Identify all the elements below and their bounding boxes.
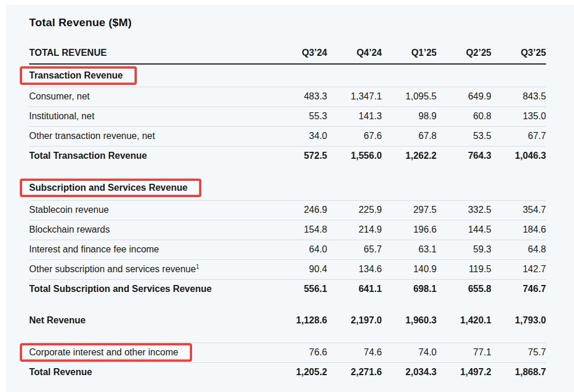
row-label-cell: Other transaction revenue, net	[29, 126, 272, 146]
table-row: Total Revenue1,205.22,271.62,034.31,497.…	[29, 362, 546, 382]
table-row: Blockchain rewards154.8214.9196.6144.518…	[29, 220, 546, 240]
row-label-cell: Total Transaction Revenue	[29, 146, 272, 166]
value-cell: 64.8	[491, 240, 546, 259]
revenue-table: TOTAL REVENUE Q3’24Q4’24Q1’25Q2’25Q3’25 …	[29, 29, 546, 382]
value-cell: 154.8	[272, 220, 327, 240]
value-cell: 74.0	[382, 343, 437, 362]
value-cell: 64.0	[272, 240, 327, 259]
row-label-cell: Blockchain rewards	[29, 220, 272, 240]
value-cell: 63.1	[382, 240, 437, 259]
value-cell: 184.6	[491, 220, 546, 240]
row-label: Total Subscription and Services Revenue	[29, 284, 212, 294]
value-cell: 1,347.1	[327, 87, 382, 106]
row-label: Total Revenue	[29, 367, 92, 377]
value-cell: 67.6	[327, 126, 382, 146]
row-label-cell: Subscription and Services Revenue	[29, 176, 272, 200]
value-cell: 34.0	[272, 126, 327, 146]
column-header: Q2’25	[437, 29, 491, 64]
spacer-row	[29, 299, 546, 311]
value-cell	[272, 64, 327, 87]
row-label: Interest and finance fee income	[29, 244, 159, 254]
value-cell: 2,197.0	[327, 311, 382, 330]
page-title: Total Revenue ($M)	[29, 16, 574, 29]
value-cell	[491, 176, 546, 200]
value-cell: 1,793.0	[491, 311, 546, 330]
row-label: Blockchain rewards	[29, 224, 110, 234]
row-label-cell: Stablecoin revenue	[29, 200, 272, 220]
highlighted-row-label: Transaction Revenue	[20, 66, 137, 85]
column-header: Q1’25	[382, 29, 437, 64]
value-cell: 246.9	[272, 200, 327, 220]
row-label-cell: Other subscription and services revenue1	[29, 259, 272, 279]
section-header-row: Transaction Revenue	[29, 64, 546, 87]
value-cell: 764.3	[437, 146, 491, 166]
value-cell: 1,960.3	[382, 311, 437, 330]
value-cell: 65.7	[327, 240, 382, 259]
table-row: Interest and finance fee income64.065.76…	[29, 240, 546, 259]
value-cell: 2,034.3	[382, 362, 437, 382]
value-cell: 53.5	[437, 126, 491, 146]
row-label-cell: Total Revenue	[29, 362, 272, 382]
row-label-cell: Institutional, net	[29, 106, 272, 126]
table-row: Stablecoin revenue246.9225.9297.5332.535…	[29, 200, 546, 220]
highlighted-row-label: Subscription and Services Revenue	[20, 179, 201, 197]
spacer-cell	[29, 166, 546, 176]
value-cell: 1,128.6	[272, 311, 327, 330]
value-cell	[272, 176, 327, 200]
value-cell: 134.6	[327, 259, 382, 279]
value-cell: 60.8	[437, 106, 491, 126]
value-cell: 1,205.2	[272, 362, 327, 382]
value-cell	[327, 64, 382, 87]
report-content: Total Revenue ($M) TOTAL REVENUE Q3’24Q4…	[6, 5, 574, 382]
value-cell: 196.6	[382, 220, 437, 240]
value-cell: 1,262.2	[382, 146, 437, 166]
row-label: Total Transaction Revenue	[29, 151, 147, 161]
value-cell	[491, 64, 546, 87]
value-cell: 76.6	[272, 343, 327, 362]
row-label: Stablecoin revenue	[29, 205, 109, 215]
column-header: Q3’25	[491, 29, 546, 64]
value-cell: 1,420.1	[437, 311, 491, 330]
value-cell: 1,868.7	[491, 362, 546, 382]
value-cell: 354.7	[491, 200, 546, 220]
value-cell: 2,271.6	[327, 362, 382, 382]
value-cell: 572.5	[272, 146, 327, 166]
highlighted-row-label: Corporate interest and other income	[20, 343, 192, 362]
table-row: Total Transaction Revenue572.51,556.01,2…	[29, 146, 546, 166]
spacer-cell	[29, 299, 546, 311]
value-cell: 144.5	[437, 220, 491, 240]
value-cell: 55.3	[272, 106, 327, 126]
table-header-row: TOTAL REVENUE Q3’24Q4’24Q1’25Q2’25Q3’25	[29, 29, 546, 64]
table-body: Transaction RevenueConsumer, net483.31,3…	[29, 64, 546, 382]
value-cell: 225.9	[327, 200, 382, 220]
value-cell: 843.5	[491, 87, 546, 106]
value-cell: 655.8	[437, 279, 491, 299]
row-label-cell: Consumer, net	[29, 87, 272, 106]
value-cell: 556.1	[272, 279, 327, 299]
column-header: Q3’24	[272, 29, 327, 64]
value-cell: 140.9	[382, 259, 437, 279]
value-cell: 141.3	[327, 106, 382, 126]
row-label-cell: Net Revenue	[29, 311, 272, 330]
report-panel: Total Revenue ($M) TOTAL REVENUE Q3’24Q4…	[6, 5, 574, 392]
value-cell: 135.0	[491, 106, 546, 126]
value-cell: 67.8	[382, 126, 437, 146]
value-cell: 74.6	[327, 343, 382, 362]
table-row: Institutional, net55.3141.398.960.8135.0	[29, 106, 546, 126]
value-cell: 1,095.5	[382, 87, 437, 106]
spacer-cell	[29, 330, 546, 343]
value-cell: 214.9	[327, 220, 382, 240]
row-label: Institutional, net	[29, 111, 94, 121]
row-label-cell: Interest and finance fee income	[29, 240, 272, 259]
spacer-row	[29, 330, 546, 343]
value-cell: 746.7	[491, 279, 546, 299]
row-label: Other subscription and services revenue1	[29, 264, 199, 274]
table-row: Corporate interest and other income76.67…	[29, 343, 546, 362]
value-cell: 698.1	[382, 279, 437, 299]
row-label: Net Revenue	[29, 315, 86, 325]
row-label: Other transaction revenue, net	[29, 131, 155, 141]
row-label-cell: Corporate interest and other income	[29, 343, 272, 362]
table-row: Other transaction revenue, net34.067.667…	[29, 126, 546, 146]
value-cell	[437, 176, 491, 200]
value-cell: 332.5	[437, 200, 491, 220]
